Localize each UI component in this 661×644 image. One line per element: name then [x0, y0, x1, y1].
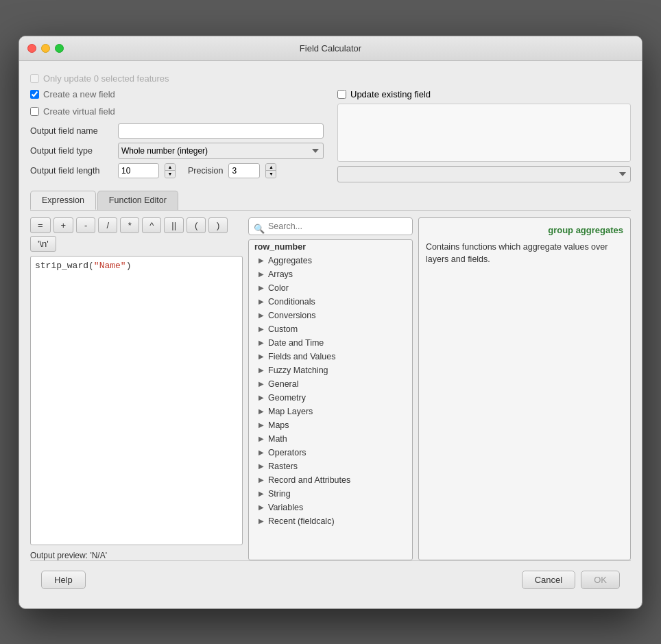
ok-button[interactable]: OK	[581, 571, 620, 589]
list-item-conversions[interactable]: ▶ Conversions	[249, 309, 412, 322]
output-field-name-row: Output field name	[30, 123, 324, 139]
update-existing-row: Update existing field	[337, 89, 631, 99]
arrow-icon: ▶	[259, 298, 264, 305]
list-item-geometry[interactable]: ▶ Geometry	[249, 391, 412, 405]
output-field-type-label: Output field type	[30, 146, 112, 156]
expr-function-name: strip_ward	[35, 261, 88, 271]
list-item-arrays[interactable]: ▶ Arrays	[249, 267, 412, 281]
list-item-date-and-time[interactable]: ▶ Date and Time	[249, 336, 412, 350]
output-field-type-select[interactable]: Whole number (integer)	[118, 143, 324, 159]
output-field-length-input[interactable]	[118, 163, 159, 178]
only-update-label: Only update 0 selected features	[30, 73, 631, 84]
existing-field-select[interactable]	[337, 166, 631, 182]
create-virtual-field-checkbox[interactable]	[30, 107, 39, 116]
op-concat[interactable]: ||	[164, 217, 184, 233]
list-item-string[interactable]: ▶ String	[249, 487, 412, 501]
tab-expression[interactable]: Expression	[30, 191, 96, 210]
search-input[interactable]	[248, 217, 413, 235]
output-field-length-row: Output field length ▲ ▼ Precision ▲ ▼	[30, 163, 324, 178]
close-button[interactable]	[27, 44, 36, 53]
op-equals[interactable]: =	[30, 217, 51, 233]
list-item-map-layers[interactable]: ▶ Map Layers	[249, 405, 412, 418]
list-item-record-and-attributes[interactable]: ▶ Record and Attributes	[249, 473, 412, 487]
arrow-icon: ▶	[259, 421, 264, 429]
arrow-icon: ▶	[259, 449, 264, 456]
list-item-custom[interactable]: ▶ Custom	[249, 322, 412, 336]
list-item-fuzzy-matching[interactable]: ▶ Fuzzy Matching	[249, 363, 412, 377]
minimize-button[interactable]	[41, 44, 50, 53]
list-item-fields-and-values[interactable]: ▶ Fields and Values	[249, 350, 412, 363]
precision-spin-down[interactable]: ▼	[266, 171, 276, 178]
info-body: Contains functions which aggregate value…	[426, 241, 623, 267]
info-panel: group aggregates Contains functions whic…	[418, 217, 631, 560]
titlebar: Field Calculator	[19, 36, 642, 61]
window-title: Field Calculator	[300, 43, 361, 53]
op-divide[interactable]: /	[98, 217, 117, 233]
arrow-icon: ▶	[259, 311, 264, 319]
op-caret[interactable]: ^	[142, 217, 161, 233]
arrow-icon: ▶	[259, 339, 264, 346]
main-panel: = + - / * ^ || ( ) '\n' strip_ward("Name…	[30, 211, 631, 560]
list-item-operators[interactable]: ▶ Operators	[249, 446, 412, 460]
list-item-conditionals[interactable]: ▶ Conditionals	[249, 295, 412, 309]
length-spin-down[interactable]: ▼	[165, 171, 175, 178]
precision-input[interactable]	[228, 163, 260, 178]
only-update-row: Only update 0 selected features	[30, 71, 631, 89]
content-area: Only update 0 selected features Create a…	[19, 61, 642, 608]
list-item-general[interactable]: ▶ General	[249, 377, 412, 391]
list-item-aggregates[interactable]: ▶ Aggregates	[249, 254, 412, 267]
tabs-bar: Expression Function Editor	[30, 191, 631, 211]
left-section: Create a new field Create virtual field …	[30, 89, 324, 182]
action-buttons: Cancel OK	[522, 571, 620, 589]
output-field-name-label: Output field name	[30, 126, 112, 136]
list-item-rasters[interactable]: ▶ Rasters	[249, 460, 412, 473]
op-minus[interactable]: -	[76, 217, 95, 233]
update-existing-label: Update existing field	[350, 89, 431, 99]
arrow-icon: ▶	[259, 366, 264, 374]
arrow-icon: ▶	[259, 353, 264, 360]
only-update-checkbox[interactable]	[30, 74, 39, 83]
arrow-icon: ▶	[259, 257, 264, 264]
help-button[interactable]: Help	[41, 571, 86, 589]
op-multiply[interactable]: *	[120, 217, 139, 233]
op-newline[interactable]: '\n'	[30, 236, 56, 252]
output-field-length-label: Output field length	[30, 166, 112, 176]
search-wrapper: 🔍	[248, 217, 413, 239]
top-section: Create a new field Create virtual field …	[30, 89, 631, 182]
list-item-maps[interactable]: ▶ Maps	[249, 418, 412, 432]
function-list-panel: 🔍 row_number ▶ Aggregates ▶ Arrays	[248, 217, 413, 560]
list-item-color[interactable]: ▶ Color	[249, 281, 412, 295]
output-field-name-input[interactable]	[118, 123, 324, 139]
arrow-icon: ▶	[259, 435, 264, 442]
precision-spin-up[interactable]: ▲	[266, 164, 276, 171]
list-item-row-number[interactable]: row_number	[249, 240, 412, 254]
list-item-math[interactable]: ▶ Math	[249, 432, 412, 446]
arrow-icon: ▶	[259, 517, 264, 525]
length-spin-up[interactable]: ▲	[165, 164, 175, 171]
op-paren-open[interactable]: (	[187, 217, 206, 233]
maximize-button[interactable]	[55, 44, 64, 53]
arrow-icon: ▶	[259, 407, 264, 415]
output-preview: Output preview: 'N/A'	[30, 551, 243, 560]
arrow-icon: ▶	[259, 270, 264, 278]
cancel-button[interactable]: Cancel	[522, 571, 575, 589]
list-item-recent-fieldcalc[interactable]: ▶ Recent (fieldcalc)	[249, 514, 412, 528]
bottom-bar: Help Cancel OK	[30, 560, 631, 599]
arrow-icon: ▶	[259, 394, 264, 401]
expr-string-value: "Name"	[94, 261, 126, 271]
op-paren-close[interactable]: )	[208, 217, 228, 233]
output-field-type-row: Output field type Whole number (integer)	[30, 143, 324, 159]
update-existing-checkbox[interactable]	[337, 90, 346, 99]
op-plus[interactable]: +	[53, 217, 74, 233]
list-item-variables[interactable]: ▶ Variables	[249, 501, 412, 514]
expression-editor[interactable]: strip_ward("Name")	[30, 256, 243, 545]
traffic-lights	[27, 44, 64, 53]
precision-spinbox: ▲ ▼	[265, 163, 276, 178]
tab-function-editor[interactable]: Function Editor	[97, 191, 178, 210]
arrow-icon: ▶	[259, 476, 264, 484]
create-new-field-checkbox[interactable]	[30, 90, 39, 99]
function-list[interactable]: row_number ▶ Aggregates ▶ Arrays ▶ Color	[248, 239, 413, 560]
expression-panel: = + - / * ^ || ( ) '\n' strip_ward("Name…	[30, 217, 243, 560]
arrow-icon: ▶	[259, 490, 264, 497]
right-section: Update existing field	[337, 89, 631, 182]
